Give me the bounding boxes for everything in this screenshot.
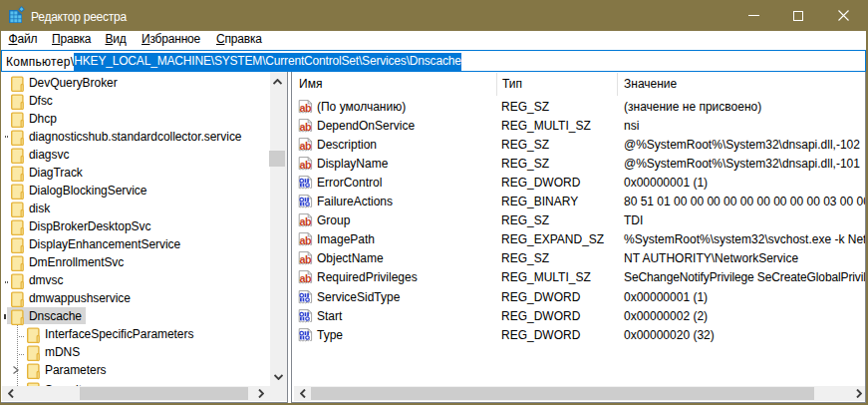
svg-text:ab: ab (299, 101, 312, 113)
svg-text:ab: ab (299, 139, 312, 151)
svg-text:ab: ab (299, 120, 312, 132)
svg-text:ab: ab (299, 271, 312, 283)
svg-text:ab: ab (299, 214, 312, 226)
svg-text:ab: ab (299, 233, 312, 245)
svg-text:ab: ab (299, 158, 312, 170)
svg-text:ab: ab (299, 252, 312, 264)
